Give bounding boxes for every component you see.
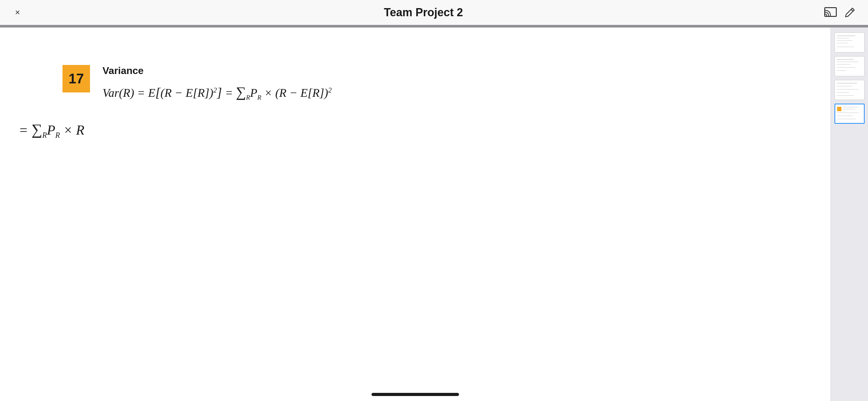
formula-block: Variance Var(R) = E[(R − E[R])2] = ∑RPR … bbox=[102, 65, 332, 103]
header-right bbox=[824, 7, 856, 18]
home-indicator-container bbox=[0, 388, 831, 401]
slide-area: 17 Variance Var(R) = E[(R − E[R])2] = ∑R… bbox=[0, 28, 831, 401]
thumbnail-4[interactable] bbox=[835, 104, 865, 124]
formula-continuation: = ∑RPR × R bbox=[19, 119, 806, 141]
formula-label: Variance bbox=[102, 65, 332, 76]
progress-bar-fill bbox=[0, 25, 868, 28]
main-content: 17 Variance Var(R) = E[(R − E[R])2] = ∑R… bbox=[0, 28, 868, 401]
slide-badge: 17 bbox=[62, 65, 90, 93]
slide-content: 17 Variance Var(R) = E[(R − E[R])2] = ∑R… bbox=[0, 28, 831, 388]
formula-main: Var(R) = E[(R − E[R])2] = ∑RPR × (R − E[… bbox=[102, 81, 332, 103]
app-container: × Team Project 2 bbox=[0, 0, 868, 401]
thumbnail-2[interactable] bbox=[835, 56, 865, 76]
header-left: × bbox=[12, 6, 23, 20]
thumbnail-panel bbox=[831, 28, 868, 401]
edit-button[interactable] bbox=[844, 7, 856, 18]
thumbnail-1[interactable] bbox=[835, 32, 865, 53]
header: × Team Project 2 bbox=[0, 0, 868, 25]
cast-button[interactable] bbox=[824, 7, 837, 18]
close-button[interactable]: × bbox=[12, 6, 23, 20]
home-indicator bbox=[372, 393, 459, 396]
thumbnail-3[interactable] bbox=[835, 80, 865, 100]
formula-row: 17 Variance Var(R) = E[(R − E[R])2] = ∑R… bbox=[62, 65, 806, 103]
progress-bar bbox=[0, 25, 868, 28]
page-title: Team Project 2 bbox=[23, 6, 824, 19]
